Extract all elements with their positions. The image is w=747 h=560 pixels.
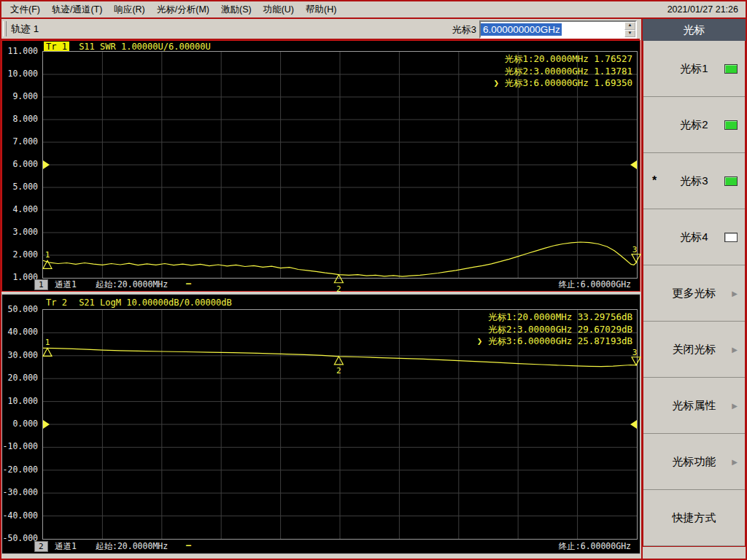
reference-level-marker-left <box>43 160 50 169</box>
trace2-status-bar: 2 通道1 起始:20.0000MHz — 终止:6.00000GHz <box>2 540 640 553</box>
sidebar-item-marker2[interactable]: 光标2 <box>643 97 745 153</box>
spinner-down-button[interactable]: ▼ <box>624 30 635 38</box>
marker-entry-label: 光标3 <box>452 23 476 36</box>
marker-readout: 光标1:20.0000MHz 33.29756dB <box>488 311 632 322</box>
y-axis-label: 40.000 <box>7 327 38 337</box>
trace2-y-axis: 50.00040.00030.00020.00010.0000.000-10.0… <box>2 295 40 553</box>
toolbar-grip-handle[interactable] <box>3 21 7 36</box>
trace-color-key: — <box>186 540 191 551</box>
marker-state-led <box>724 64 738 74</box>
active-marker-indicator: * <box>652 174 657 187</box>
start-frequency: 起始:20.0000MHz <box>96 541 168 552</box>
channel-label: 通道1 <box>55 541 77 552</box>
trace1-y-axis: 11.00010.0009.0008.0007.0006.0005.0004.0… <box>2 41 40 291</box>
submenu-arrow-icon: ▶ <box>732 402 738 410</box>
marker-number-label: 3 <box>632 245 638 254</box>
marker-readout: ❯ 光标3:6.00000GHz 25.87193dB <box>477 335 632 346</box>
softkey-label: 光标属性 <box>673 399 716 413</box>
trace1-measurement-info: S11 SWR 1.00000U/6.00000U <box>79 42 211 52</box>
menu-stimulus[interactable]: 激励(S) <box>215 2 258 18</box>
marker-entry-group: 光标3 6.000000000GHz ▲ ▼ <box>452 20 637 39</box>
softkey-label: 快捷方式 <box>673 511 716 525</box>
y-axis-label: 5.000 <box>12 182 38 192</box>
chart-canvas: 123光标1:20.0000MHz 1.76527光标2:3.00000GHz … <box>43 52 637 278</box>
submenu-arrow-icon: ▶ <box>732 346 738 354</box>
menu-items: 文件(F)轨迹/通道(T)响应(R)光标/分析(M)激励(S)功能(U)帮助(H… <box>1 2 342 18</box>
trace-color-key: — <box>186 279 191 289</box>
trace2-plot-area[interactable]: 123光标1:20.0000MHz 33.29756dB光标2:3.00000G… <box>42 309 638 540</box>
y-axis-label: -30.000 <box>3 487 38 497</box>
sidebar-item-marker1[interactable]: 光标1 <box>643 41 745 97</box>
menu-help[interactable]: 帮助(H) <box>300 2 342 18</box>
sidebar-item-more-markers[interactable]: 更多光标▶ <box>643 265 745 322</box>
y-axis-label: 9.000 <box>12 91 38 101</box>
input-empty-area <box>562 22 624 37</box>
softkey-label: 光标1 <box>680 62 708 76</box>
softkey-label: 光标3 <box>680 174 708 188</box>
sidebar-item-shortcuts[interactable]: 快捷方式 <box>643 490 745 546</box>
trace1-plot-area[interactable]: 123光标1:20.0000MHz 1.76527光标2:3.00000GHz … <box>42 51 638 279</box>
marker-symbol-2 <box>334 357 343 365</box>
stop-frequency: 终止:6.00000GHz <box>559 541 631 552</box>
channel-label: 通道1 <box>55 279 77 290</box>
y-axis-label: 10.000 <box>7 69 38 79</box>
marker-readout: ❯ 光标3:6.00000GHz 1.69350 <box>493 77 632 88</box>
softkey-label: 更多光标 <box>673 287 716 300</box>
menu-file[interactable]: 文件(F) <box>4 2 46 18</box>
sidebar-item-marker3[interactable]: *光标3 <box>643 153 745 209</box>
marker-frequency-value: 6.000000000GHz <box>481 23 562 36</box>
sidebar-item-marker-properties[interactable]: 光标属性▶ <box>643 378 745 434</box>
marker-symbol-3 <box>632 357 640 365</box>
sidebar-item-marker4[interactable]: 光标4 <box>643 209 745 265</box>
y-axis-label: 2.000 <box>12 249 38 260</box>
menu-response[interactable]: 响应(R) <box>108 2 150 18</box>
trace1-badge[interactable]: Tr 1 <box>44 42 69 52</box>
trace2-window: Tr 2 S21 LogM 10.00000dB/0.00000dB 50.00… <box>1 294 640 554</box>
y-axis-label: 4.000 <box>12 204 38 214</box>
y-axis-label: 50.000 <box>7 304 38 314</box>
frequency-spinner: ▲ ▼ <box>624 22 635 37</box>
y-axis-label: 11.000 <box>7 46 38 56</box>
channel-badge: 1 <box>34 279 48 290</box>
y-axis-label: -10.000 <box>3 441 38 451</box>
y-axis-label: -40.000 <box>3 510 38 521</box>
y-axis-label: 7.000 <box>12 136 38 147</box>
trace1-header: Tr 1 S11 SWR 1.00000U/6.00000U <box>44 42 211 52</box>
marker-number-label: 3 <box>632 348 638 357</box>
marker-number-label: 1 <box>45 338 50 347</box>
panel-title: 光标 <box>643 19 746 41</box>
active-trace-label: 轨迹 1 <box>11 23 39 36</box>
submenu-arrow-icon: ▶ <box>732 458 738 466</box>
sidebar-item-marker-functions[interactable]: 光标功能▶ <box>643 434 745 490</box>
reference-level-marker-left <box>43 420 50 429</box>
menu-marker-analysis[interactable]: 光标/分析(M) <box>151 2 215 18</box>
menu-function[interactable]: 功能(U) <box>258 2 300 18</box>
marker-number-label: 2 <box>336 366 341 376</box>
softkey-label: 关闭光标 <box>673 343 716 357</box>
start-frequency: 起始:20.0000MHz <box>96 279 168 290</box>
marker-readout: 光标2:3.00000GHz 29.67029dB <box>488 324 632 335</box>
marker-state-led <box>724 120 738 130</box>
marker-frequency-input[interactable]: 6.000000000GHz ▲ ▼ <box>479 20 637 39</box>
marker-state-led <box>724 233 738 242</box>
y-axis-label: 8.000 <box>12 114 38 124</box>
spinner-up-button[interactable]: ▲ <box>624 22 635 30</box>
reference-level-marker-right <box>630 420 637 429</box>
y-axis-label: 3.000 <box>12 227 38 237</box>
marker-symbol-1 <box>43 348 52 356</box>
menu-bar: 文件(F)轨迹/通道(T)响应(R)光标/分析(M)激励(S)功能(U)帮助(H… <box>1 1 746 19</box>
menu-trace-channel[interactable]: 轨迹/通道(T) <box>46 2 108 18</box>
sidebar-item-close-markers[interactable]: 关闭光标▶ <box>643 322 745 378</box>
vna-application: 文件(F)轨迹/通道(T)响应(R)光标/分析(M)激励(S)功能(U)帮助(H… <box>0 0 747 560</box>
softkey-label: 光标2 <box>680 118 708 132</box>
trace2-measurement-info: S21 LogM 10.00000dB/0.00000dB <box>79 298 232 308</box>
chart-canvas: 123光标1:20.0000MHz 33.29756dB光标2:3.00000G… <box>43 310 637 539</box>
trace1-status-bar: 1 通道1 起始:20.0000MHz — 终止:6.00000GHz <box>2 279 640 291</box>
marker-number-label: 1 <box>45 250 50 260</box>
trace2-badge[interactable]: Tr 2 <box>44 298 69 308</box>
clock: 2021/01/27 21:26 <box>667 4 738 15</box>
y-axis-label: 6.000 <box>12 159 38 169</box>
marker-readout: 光标2:3.00000GHz 1.13781 <box>504 66 632 77</box>
channel-badge: 2 <box>34 541 48 552</box>
y-axis-label: -20.000 <box>3 464 38 475</box>
